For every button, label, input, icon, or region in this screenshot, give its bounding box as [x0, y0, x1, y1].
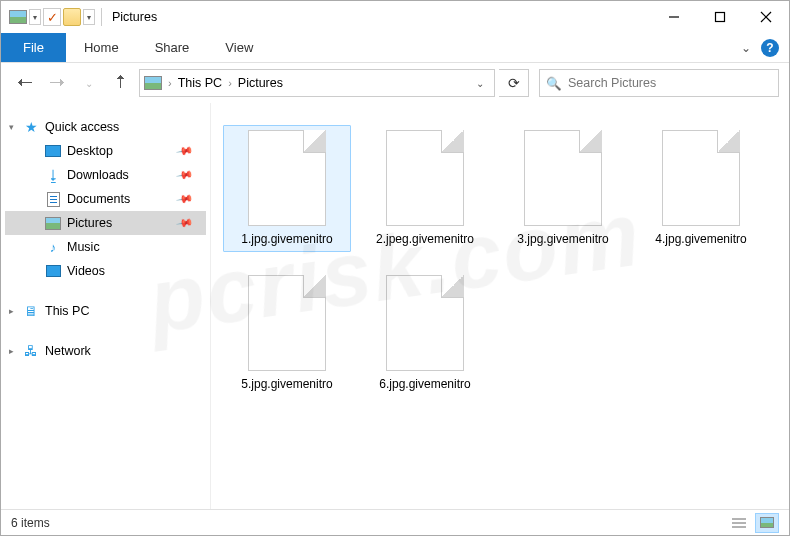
- address-bar[interactable]: › This PC › Pictures ⌄: [139, 69, 495, 97]
- caret-down-icon[interactable]: ▾: [9, 122, 14, 132]
- qat-menu-button[interactable]: ▾: [29, 9, 41, 25]
- search-icon: 🔍: [546, 76, 562, 91]
- close-button[interactable]: [743, 2, 789, 32]
- pin-icon: 📌: [176, 166, 195, 185]
- network-icon: 🖧: [23, 343, 39, 359]
- sidebar-item-pictures[interactable]: Pictures 📌: [5, 211, 206, 235]
- chevron-right-icon[interactable]: ›: [227, 77, 233, 89]
- file-name-label: 4.jpg.givemenitro: [655, 232, 746, 247]
- sidebar-item-label: Pictures: [67, 216, 112, 230]
- ribbon: File Home Share View ⌄ ?: [1, 33, 789, 63]
- pin-icon: 📌: [176, 190, 195, 209]
- file-item[interactable]: 4.jpg.givemenitro: [637, 125, 765, 252]
- navigation-pane[interactable]: ▾ ★ Quick access Desktop 📌 ⭳ Downloads 📌…: [1, 103, 211, 509]
- quick-access-toolbar: ▾ ✓ ▾: [1, 8, 95, 26]
- sidebar-item-label: Documents: [67, 192, 130, 206]
- sidebar-item-label: Desktop: [67, 144, 113, 158]
- breadcrumb-pictures[interactable]: Pictures: [235, 74, 286, 92]
- this-pc-icon: 🖥: [23, 303, 39, 319]
- sidebar-item-music[interactable]: ♪ Music: [5, 235, 206, 259]
- status-item-count: 6 items: [11, 516, 50, 530]
- file-icon: [662, 130, 740, 226]
- sidebar-item-label: Network: [45, 344, 91, 358]
- help-icon[interactable]: ?: [761, 39, 779, 57]
- file-item[interactable]: 2.jpeg.givemenitro: [361, 125, 489, 252]
- details-view-button[interactable]: [727, 513, 751, 533]
- address-dropdown-button[interactable]: ⌄: [470, 78, 490, 89]
- file-item[interactable]: 5.jpg.givemenitro: [223, 270, 351, 397]
- search-input[interactable]: 🔍 Search Pictures: [539, 69, 779, 97]
- sidebar-item-label: Music: [67, 240, 100, 254]
- sidebar-network[interactable]: ▸ 🖧 Network: [5, 339, 206, 363]
- sidebar-item-label: Downloads: [67, 168, 129, 182]
- sidebar-quick-access[interactable]: ▾ ★ Quick access: [5, 115, 206, 139]
- file-icon: [386, 275, 464, 371]
- music-icon: ♪: [45, 239, 61, 255]
- new-folder-qat-button[interactable]: [63, 8, 81, 26]
- app-icon: [9, 10, 27, 24]
- downloads-icon: ⭳: [45, 167, 61, 183]
- tab-view[interactable]: View: [207, 33, 271, 62]
- file-icon: [248, 130, 326, 226]
- file-tab[interactable]: File: [1, 33, 66, 62]
- pin-icon: 📌: [176, 142, 195, 161]
- file-name-label: 3.jpg.givemenitro: [517, 232, 608, 247]
- file-name-label: 5.jpg.givemenitro: [241, 377, 332, 392]
- file-name-label: 2.jpeg.givemenitro: [376, 232, 474, 247]
- status-bar: 6 items: [1, 509, 789, 535]
- pin-icon: 📌: [176, 214, 195, 233]
- location-icon: [144, 76, 162, 90]
- sidebar-this-pc[interactable]: ▸ 🖥 This PC: [5, 299, 206, 323]
- caret-right-icon[interactable]: ▸: [9, 346, 14, 356]
- properties-qat-button[interactable]: ✓: [43, 8, 61, 26]
- sidebar-item-documents[interactable]: Documents 📌: [5, 187, 206, 211]
- sidebar-item-desktop[interactable]: Desktop 📌: [5, 139, 206, 163]
- window-controls: [651, 2, 789, 32]
- caret-right-icon[interactable]: ▸: [9, 306, 14, 316]
- maximize-button[interactable]: [697, 2, 743, 32]
- forward-button[interactable]: 🠒: [43, 69, 71, 97]
- file-item[interactable]: 3.jpg.givemenitro: [499, 125, 627, 252]
- file-list-pane[interactable]: 1.jpg.givemenitro2.jpeg.givemenitro3.jpg…: [211, 103, 789, 509]
- main-area: ▾ ★ Quick access Desktop 📌 ⭳ Downloads 📌…: [1, 103, 789, 509]
- large-icons-view-button[interactable]: [755, 513, 779, 533]
- minimize-button[interactable]: [651, 2, 697, 32]
- desktop-icon: [45, 145, 61, 157]
- file-name-label: 1.jpg.givemenitro: [241, 232, 332, 247]
- breadcrumb-this-pc[interactable]: This PC: [175, 74, 225, 92]
- sidebar-item-videos[interactable]: Videos: [5, 259, 206, 283]
- explorer-window: ▾ ✓ ▾ Pictures File Home Share View ⌄ ? …: [0, 0, 790, 536]
- star-icon: ★: [23, 119, 39, 135]
- tab-share[interactable]: Share: [137, 33, 208, 62]
- sidebar-item-label: Videos: [67, 264, 105, 278]
- file-icon: [248, 275, 326, 371]
- chevron-right-icon[interactable]: ›: [167, 77, 173, 89]
- file-item[interactable]: 6.jpg.givemenitro: [361, 270, 489, 397]
- qat-customize-button[interactable]: ▾: [83, 9, 95, 25]
- title-bar: ▾ ✓ ▾ Pictures: [1, 1, 789, 33]
- file-item[interactable]: 1.jpg.givemenitro: [223, 125, 351, 252]
- address-bar-row: 🠐 🠒 ⌄ 🠑 › This PC › Pictures ⌄ ⟳ 🔍 Searc…: [1, 63, 789, 103]
- back-button[interactable]: 🠐: [11, 69, 39, 97]
- search-placeholder: Search Pictures: [568, 76, 656, 90]
- documents-icon: [47, 192, 60, 207]
- file-icon: [524, 130, 602, 226]
- file-icon: [386, 130, 464, 226]
- title-separator: [101, 8, 102, 26]
- expand-ribbon-button[interactable]: ⌄: [741, 41, 751, 55]
- videos-icon: [46, 265, 61, 277]
- svg-rect-1: [716, 13, 725, 22]
- recent-locations-button[interactable]: ⌄: [75, 69, 103, 97]
- file-name-label: 6.jpg.givemenitro: [379, 377, 470, 392]
- sidebar-item-label: Quick access: [45, 120, 119, 134]
- window-title: Pictures: [112, 10, 157, 24]
- pictures-icon: [45, 217, 61, 230]
- up-button[interactable]: 🠑: [107, 69, 135, 97]
- sidebar-item-label: This PC: [45, 304, 89, 318]
- refresh-button[interactable]: ⟳: [499, 69, 529, 97]
- sidebar-item-downloads[interactable]: ⭳ Downloads 📌: [5, 163, 206, 187]
- tab-home[interactable]: Home: [66, 33, 137, 62]
